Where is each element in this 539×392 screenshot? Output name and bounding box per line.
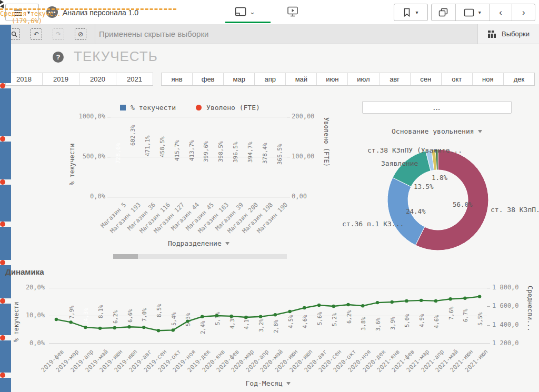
headcount-point[interactable]	[142, 326, 145, 329]
turnover-bar[interactable]	[0, 88, 11, 137]
donut-slice-pct: 24.4%	[406, 207, 426, 215]
headcount-point[interactable]	[172, 328, 175, 331]
headcount-point[interactable]	[55, 318, 58, 321]
fte-dot[interactable]	[0, 222, 5, 227]
turnover-bar[interactable]	[0, 25, 11, 83]
turnover-bar-value: 602,3%	[129, 125, 136, 146]
turnover-bar[interactable]	[0, 227, 11, 260]
turnover-bar-value: 365,5%	[276, 144, 283, 165]
headcount-point[interactable]	[259, 315, 262, 318]
fte-dot[interactable]	[0, 83, 5, 88]
dimension-dropdown-podrazdelenie[interactable]: Подразделение	[168, 239, 229, 247]
chart-scrollbar-thumb[interactable]	[113, 254, 138, 259]
headcount-point[interactable]	[288, 310, 291, 313]
right-tick-mark	[487, 288, 490, 288]
fte-dot[interactable]	[0, 298, 5, 304]
headcount-point[interactable]	[98, 327, 102, 330]
charts-area: % текучестиУволено (FTE)1000,0%200,00500…	[0, 0, 539, 392]
right-axis-tick: 100,00	[292, 153, 314, 160]
left-axis-tick: 500,0%	[73, 153, 105, 160]
alt-dimensions-button[interactable]: ...	[362, 101, 512, 114]
headcount-point[interactable]	[463, 297, 466, 300]
headcount-line-chart	[49, 284, 487, 353]
headcount-point[interactable]	[113, 326, 116, 329]
turnover-bar-value: 378,4%	[262, 143, 268, 164]
turnover-bar[interactable]	[0, 378, 11, 392]
collapse-axis-arrow[interactable]	[0, 4, 4, 8]
dimension-dropdown-god-mesyac[interactable]: Год-Месяц	[246, 379, 291, 387]
left-axis-tick: 20,0%	[14, 284, 45, 291]
turnover-bar-value: 471,1%	[144, 136, 151, 157]
headcount-line[interactable]	[56, 297, 480, 331]
headcount-point[interactable]	[420, 299, 423, 302]
triangle-down-icon	[286, 382, 291, 385]
turnover-bar-value: 398,5%	[217, 142, 224, 163]
right-tick-mark	[487, 325, 490, 326]
headcount-point[interactable]	[332, 305, 335, 308]
gridline	[111, 157, 287, 157]
turnover-bar-value: 458,5%	[159, 137, 166, 158]
left-axis-tick: 0,0%	[73, 193, 105, 200]
turnover-bar-value: 415,7%	[174, 140, 181, 161]
chart-scrollbar-track	[113, 254, 287, 259]
headcount-point[interactable]	[244, 316, 247, 319]
left-axis-title: % текучести	[13, 302, 20, 342]
fte-dot[interactable]	[0, 260, 5, 265]
right-tick-mark	[287, 117, 290, 117]
headcount-point[interactable]	[229, 315, 233, 318]
headcount-point[interactable]	[84, 326, 87, 329]
legend-label: Уволено (FTE)	[206, 104, 260, 112]
headcount-point[interactable]	[215, 314, 218, 317]
headcount-point[interactable]	[361, 304, 364, 307]
turnover-bar-value: 399,6%	[203, 142, 209, 163]
headcount-point[interactable]	[127, 325, 131, 328]
headcount-point[interactable]	[157, 329, 160, 332]
headcount-point[interactable]	[434, 299, 437, 303]
headcount-point[interactable]	[376, 301, 379, 304]
headcount-point[interactable]	[186, 319, 189, 323]
legend-square-swatch	[120, 105, 126, 110]
left-axis-title: % текучести	[68, 144, 76, 185]
right-axis-tick: 1 600,0	[492, 302, 519, 309]
right-tick-mark	[287, 157, 290, 157]
turnover-bar-value: 413,7%	[188, 140, 195, 161]
turnover-bar[interactable]	[0, 185, 11, 222]
headcount-point[interactable]	[201, 315, 204, 318]
fte-dot[interactable]	[0, 335, 5, 340]
expand-axis-arrow[interactable]	[0, 0, 4, 4]
donut-slice-pct: 56.0%	[453, 200, 473, 208]
donut-slice-label: ст.36 п.1 КЗ...	[342, 220, 404, 228]
right-axis-title: Уволено (FTE)	[323, 117, 330, 167]
left-tick-mark	[107, 197, 111, 197]
qlik-sense-app: ▾ ••• Анализ персонала 1.0 ⌄ ▾	[0, 0, 539, 392]
headcount-point[interactable]	[303, 306, 306, 309]
donut-slice-label: ст. 38 КЗпП...	[491, 206, 539, 214]
headcount-point[interactable]	[274, 313, 277, 316]
headcount-point[interactable]	[448, 297, 452, 300]
turnover-bar[interactable]	[0, 142, 11, 179]
triangle-down-icon	[478, 130, 482, 133]
right-axis-tick: 200,00	[292, 113, 314, 120]
headcount-point[interactable]	[478, 295, 481, 298]
triangle-down-icon	[225, 242, 229, 245]
dimension-dropdown-god-mesyac-label: Год-Месяц	[246, 379, 283, 387]
fte-dot[interactable]	[0, 179, 5, 185]
turnover-bar-value: 396,5%	[232, 142, 239, 163]
donut-slice-pct: 13.5%	[414, 183, 434, 190]
turnover-bar-value: 728,6%	[115, 143, 122, 164]
turnover-bar[interactable]	[0, 304, 11, 336]
right-axis-title: Среднеспи...	[526, 286, 534, 331]
turnover-bar[interactable]	[0, 340, 11, 373]
headcount-point[interactable]	[346, 303, 350, 306]
left-tick-mark	[107, 157, 111, 157]
left-tick-mark	[107, 117, 111, 117]
headcount-point[interactable]	[405, 299, 408, 303]
fte-dot[interactable]	[0, 136, 5, 142]
turnover-bar-value: 394,7%	[247, 142, 254, 163]
headcount-point[interactable]	[317, 304, 321, 307]
donut-slice-pct: 1.8%	[432, 174, 447, 182]
fte-dot[interactable]	[0, 373, 5, 378]
headcount-point[interactable]	[391, 300, 394, 304]
headcount-point[interactable]	[69, 320, 72, 324]
legend-label: % текучести	[131, 104, 176, 112]
